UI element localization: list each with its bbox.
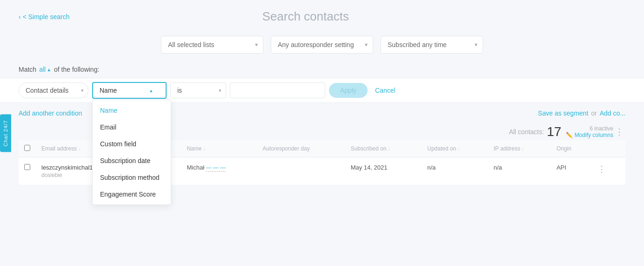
apply-button[interactable]: Apply	[329, 83, 368, 98]
condition-field-label: Name	[100, 87, 117, 94]
autoresponder-filter-select[interactable]: Any autoresponder setting	[271, 36, 373, 54]
lists-filter-wrapper: All selected lists	[161, 36, 263, 54]
subscribed-filter-select[interactable]: Subscribed any time	[381, 36, 483, 54]
modify-columns-link[interactable]: ✏️ Modify columns	[566, 132, 613, 138]
row-updated-col: n/a	[422, 157, 488, 185]
match-prefix: Match	[19, 66, 36, 73]
cancel-button[interactable]: Cancel	[371, 83, 399, 98]
col-name[interactable]: Name ↓	[181, 140, 257, 157]
select-all-col	[19, 140, 36, 157]
modify-columns-label: Modify columns	[575, 132, 613, 138]
condition-type-select[interactable]: Contact details	[19, 82, 88, 98]
col-ip-address[interactable]: IP address ↓	[488, 140, 551, 157]
col-ip-address-label: IP address	[494, 145, 520, 152]
dropdown-item-name[interactable]: Name	[93, 102, 171, 119]
dropdown-item-custom-field[interactable]: Custom field	[93, 136, 171, 152]
match-toggle-value: all	[39, 66, 46, 73]
row-more-col: ⋮	[590, 157, 625, 185]
match-toggle-arrow: ▲	[47, 67, 51, 72]
row-name-extra: — — —	[206, 164, 226, 172]
match-suffix: of the following:	[54, 66, 99, 73]
row-ip-value: n/a	[494, 164, 502, 171]
dropdown-item-subscription-method[interactable]: Subscription method	[93, 169, 171, 186]
condition-field-dropdown: Name Email Custom field Subscription dat…	[92, 100, 171, 205]
col-origin: Origin	[551, 140, 590, 157]
lists-filter-select[interactable]: All selected lists	[161, 36, 263, 54]
col-updated-on-label: Updated on	[427, 145, 456, 152]
row-subscribed-col: May 14, 2021	[345, 157, 422, 185]
save-segment-link[interactable]: Save as segment	[538, 109, 588, 117]
match-row: Match all ▲ of the following:	[0, 61, 644, 78]
condition-row: Contact details Name Name Email Custom f…	[0, 78, 644, 103]
col-subscribed-sort-icon: ↓	[388, 146, 390, 151]
chat-widget[interactable]: Chat 24/7	[0, 114, 11, 152]
row-ip-col: n/a	[488, 157, 551, 185]
dropdown-item-email[interactable]: Email	[93, 119, 171, 136]
col-email-label: Email address	[41, 145, 77, 152]
save-segment-row: Save as segment or Add co...	[538, 109, 625, 117]
autoresponder-filter-wrapper: Any autoresponder setting	[271, 36, 373, 54]
inactive-count: 6 inactive	[590, 125, 613, 132]
chat-label: Chat 24/7	[3, 120, 8, 146]
condition-type-wrapper: Contact details	[19, 82, 88, 98]
contacts-label: All contacts:	[509, 128, 544, 136]
col-autoresponder-label: Autoresponder day	[262, 145, 309, 152]
subscribed-filter-wrapper: Subscribed any time	[381, 36, 483, 54]
contacts-count: 17	[547, 125, 561, 138]
col-ip-sort-icon: ↓	[522, 146, 524, 151]
or-text: or	[591, 109, 597, 117]
page-title: Search contacts	[69, 9, 542, 24]
row-origin-col: API	[551, 157, 590, 185]
row-subscribed-value: May 14, 2021	[351, 164, 388, 171]
row-checkbox[interactable]	[24, 164, 30, 170]
row-updated-value: n/a	[427, 164, 436, 171]
col-name-sort-icon: ↓	[203, 146, 206, 151]
add-condition-link[interactable]: Add another condition	[19, 109, 82, 117]
condition-operator-wrapper: is	[170, 82, 226, 98]
simple-search-link[interactable]: ‹ < Simple search	[19, 13, 69, 20]
col-actions	[590, 140, 625, 157]
col-subscribed-on-label: Subscribed on	[351, 145, 387, 152]
back-arrow-icon: ‹	[19, 13, 21, 20]
match-toggle[interactable]: all ▲	[39, 66, 51, 73]
col-subscribed-on[interactable]: Subscribed on ↓	[345, 140, 422, 157]
dropdown-item-subscription-date[interactable]: Subscription date	[93, 152, 171, 169]
condition-field-button[interactable]: Name	[92, 82, 167, 99]
more-options-icon[interactable]: ⋮	[613, 127, 625, 137]
pencil-icon: ✏️	[566, 132, 573, 138]
row-name-value: Michał	[187, 164, 204, 171]
col-email-sort-icon: ↓	[78, 146, 80, 151]
dropdown-item-engagement-score[interactable]: Engagement Score	[93, 186, 171, 203]
col-name-label: Name	[187, 145, 201, 152]
condition-field-wrapper: Name Name Email Custom field Subscriptio…	[92, 82, 167, 99]
row-origin-value: API	[557, 164, 566, 171]
col-autoresponder: Autoresponder day	[257, 140, 345, 157]
row-name-col: Michał — — —	[181, 157, 257, 185]
row-checkbox-col	[19, 157, 36, 185]
select-all-checkbox[interactable]	[24, 145, 30, 151]
condition-value-input[interactable]	[230, 82, 325, 98]
col-updated-sort-icon: ↓	[458, 146, 460, 151]
col-updated-on[interactable]: Updated on ↓	[422, 140, 488, 157]
condition-operator-select[interactable]: is	[170, 82, 226, 98]
add-contacts-link[interactable]: Add co...	[600, 109, 625, 117]
row-more-icon[interactable]: ⋮	[596, 164, 608, 174]
col-origin-label: Origin	[557, 145, 571, 152]
simple-search-label: < Simple search	[23, 13, 70, 20]
row-name: Michał — — —	[187, 164, 251, 172]
row-autoresponder-col	[257, 157, 345, 185]
filter-row: All selected lists Any autoresponder set…	[0, 28, 644, 61]
